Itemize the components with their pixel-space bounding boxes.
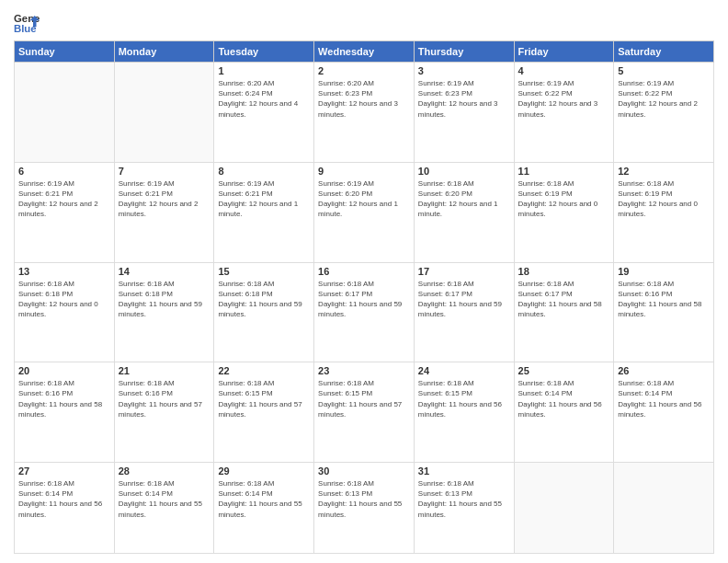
calendar-cell: 22Sunrise: 6:18 AM Sunset: 6:15 PM Dayli… xyxy=(214,362,314,463)
day-number: 20 xyxy=(18,365,110,376)
calendar-cell: 9Sunrise: 6:19 AM Sunset: 6:20 PM Daylig… xyxy=(314,162,415,262)
calendar-cell: 27Sunrise: 6:18 AM Sunset: 6:14 PM Dayli… xyxy=(15,463,115,554)
day-info: Sunrise: 6:18 AM Sunset: 6:14 PM Dayligh… xyxy=(18,478,110,520)
day-info: Sunrise: 6:19 AM Sunset: 6:22 PM Dayligh… xyxy=(518,78,610,120)
day-number: 3 xyxy=(418,65,510,76)
day-number: 25 xyxy=(518,365,610,376)
day-info: Sunrise: 6:18 AM Sunset: 6:17 PM Dayligh… xyxy=(518,279,610,320)
day-info: Sunrise: 6:20 AM Sunset: 6:24 PM Dayligh… xyxy=(218,78,310,120)
weekday-header-tuesday: Tuesday xyxy=(214,41,314,63)
day-number: 16 xyxy=(318,266,410,277)
day-info: Sunrise: 6:18 AM Sunset: 6:15 PM Dayligh… xyxy=(418,378,510,419)
weekday-header-thursday: Thursday xyxy=(414,41,514,63)
day-number: 23 xyxy=(318,365,410,376)
calendar-cell: 15Sunrise: 6:18 AM Sunset: 6:18 PM Dayli… xyxy=(214,262,314,362)
day-number: 24 xyxy=(418,365,510,376)
calendar-cell: 2Sunrise: 6:20 AM Sunset: 6:23 PM Daylig… xyxy=(314,63,415,163)
svg-text:Blue: Blue xyxy=(14,23,37,34)
day-info: Sunrise: 6:20 AM Sunset: 6:23 PM Dayligh… xyxy=(318,78,410,120)
calendar-cell: 1Sunrise: 6:20 AM Sunset: 6:24 PM Daylig… xyxy=(214,63,314,163)
calendar-cell xyxy=(614,463,714,554)
day-number: 6 xyxy=(18,166,110,177)
day-info: Sunrise: 6:18 AM Sunset: 6:19 PM Dayligh… xyxy=(618,178,710,220)
day-info: Sunrise: 6:18 AM Sunset: 6:17 PM Dayligh… xyxy=(418,279,510,320)
calendar-cell xyxy=(15,63,115,163)
week-row-5: 27Sunrise: 6:18 AM Sunset: 6:14 PM Dayli… xyxy=(15,463,714,554)
day-info: Sunrise: 6:18 AM Sunset: 6:18 PM Dayligh… xyxy=(119,279,210,320)
day-number: 30 xyxy=(318,465,410,477)
calendar-cell: 26Sunrise: 6:18 AM Sunset: 6:14 PM Dayli… xyxy=(614,362,714,463)
calendar-cell: 10Sunrise: 6:18 AM Sunset: 6:20 PM Dayli… xyxy=(414,162,514,262)
calendar-cell: 18Sunrise: 6:18 AM Sunset: 6:17 PM Dayli… xyxy=(514,262,614,362)
weekday-header-wednesday: Wednesday xyxy=(314,41,415,63)
day-number: 2 xyxy=(318,65,410,76)
calendar-cell xyxy=(514,463,614,554)
day-number: 5 xyxy=(618,65,710,76)
day-info: Sunrise: 6:19 AM Sunset: 6:23 PM Dayligh… xyxy=(418,78,510,120)
week-row-1: 1Sunrise: 6:20 AM Sunset: 6:24 PM Daylig… xyxy=(15,63,714,163)
day-info: Sunrise: 6:19 AM Sunset: 6:20 PM Dayligh… xyxy=(318,178,410,220)
day-info: Sunrise: 6:18 AM Sunset: 6:16 PM Dayligh… xyxy=(618,279,710,320)
calendar-cell: 16Sunrise: 6:18 AM Sunset: 6:17 PM Dayli… xyxy=(314,262,415,362)
calendar-cell: 19Sunrise: 6:18 AM Sunset: 6:16 PM Dayli… xyxy=(614,262,714,362)
day-number: 14 xyxy=(119,266,210,277)
day-number: 31 xyxy=(418,465,510,477)
calendar-cell: 28Sunrise: 6:18 AM Sunset: 6:14 PM Dayli… xyxy=(114,463,214,554)
week-row-2: 6Sunrise: 6:19 AM Sunset: 6:21 PM Daylig… xyxy=(15,162,714,262)
day-number: 22 xyxy=(218,365,310,376)
day-info: Sunrise: 6:19 AM Sunset: 6:21 PM Dayligh… xyxy=(18,178,110,220)
weekday-header-sunday: Sunday xyxy=(15,41,115,63)
day-info: Sunrise: 6:18 AM Sunset: 6:13 PM Dayligh… xyxy=(418,478,510,520)
day-number: 21 xyxy=(119,365,210,376)
day-number: 13 xyxy=(18,266,110,277)
calendar-cell: 3Sunrise: 6:19 AM Sunset: 6:23 PM Daylig… xyxy=(414,63,514,163)
calendar-cell: 17Sunrise: 6:18 AM Sunset: 6:17 PM Dayli… xyxy=(414,262,514,362)
weekday-header-monday: Monday xyxy=(114,41,214,63)
day-number: 28 xyxy=(119,465,210,477)
day-number: 1 xyxy=(218,65,310,76)
day-info: Sunrise: 6:18 AM Sunset: 6:18 PM Dayligh… xyxy=(18,279,110,320)
day-info: Sunrise: 6:18 AM Sunset: 6:18 PM Dayligh… xyxy=(218,279,310,320)
calendar-cell: 25Sunrise: 6:18 AM Sunset: 6:14 PM Dayli… xyxy=(514,362,614,463)
calendar-cell: 12Sunrise: 6:18 AM Sunset: 6:19 PM Dayli… xyxy=(614,162,714,262)
header: General Blue xyxy=(14,9,714,35)
weekday-header-row: SundayMondayTuesdayWednesdayThursdayFrid… xyxy=(15,41,714,63)
day-number: 19 xyxy=(618,266,710,277)
calendar-page: General Blue SundayMondayTuesdayWednesda… xyxy=(0,0,728,563)
logo-icon: General Blue xyxy=(14,9,40,35)
day-number: 15 xyxy=(218,266,310,277)
day-info: Sunrise: 6:18 AM Sunset: 6:13 PM Dayligh… xyxy=(318,478,410,520)
day-number: 9 xyxy=(318,166,410,177)
day-info: Sunrise: 6:18 AM Sunset: 6:17 PM Dayligh… xyxy=(318,279,410,320)
calendar-cell: 30Sunrise: 6:18 AM Sunset: 6:13 PM Dayli… xyxy=(314,463,415,554)
weekday-header-saturday: Saturday xyxy=(614,41,714,63)
day-number: 17 xyxy=(418,266,510,277)
calendar-cell: 8Sunrise: 6:19 AM Sunset: 6:21 PM Daylig… xyxy=(214,162,314,262)
day-number: 7 xyxy=(119,166,210,177)
day-info: Sunrise: 6:19 AM Sunset: 6:21 PM Dayligh… xyxy=(119,178,210,220)
calendar-cell: 5Sunrise: 6:19 AM Sunset: 6:22 PM Daylig… xyxy=(614,63,714,163)
day-info: Sunrise: 6:18 AM Sunset: 6:19 PM Dayligh… xyxy=(518,178,610,220)
day-number: 29 xyxy=(218,465,310,477)
day-number: 4 xyxy=(518,65,610,76)
day-number: 11 xyxy=(518,166,610,177)
day-info: Sunrise: 6:18 AM Sunset: 6:14 PM Dayligh… xyxy=(618,378,710,419)
calendar-cell: 23Sunrise: 6:18 AM Sunset: 6:15 PM Dayli… xyxy=(314,362,415,463)
day-info: Sunrise: 6:18 AM Sunset: 6:15 PM Dayligh… xyxy=(318,378,410,419)
day-number: 12 xyxy=(618,166,710,177)
week-row-4: 20Sunrise: 6:18 AM Sunset: 6:16 PM Dayli… xyxy=(15,362,714,463)
calendar-cell xyxy=(114,63,214,163)
calendar-cell: 24Sunrise: 6:18 AM Sunset: 6:15 PM Dayli… xyxy=(414,362,514,463)
calendar-cell: 14Sunrise: 6:18 AM Sunset: 6:18 PM Dayli… xyxy=(114,262,214,362)
day-info: Sunrise: 6:18 AM Sunset: 6:14 PM Dayligh… xyxy=(218,478,310,520)
day-info: Sunrise: 6:18 AM Sunset: 6:15 PM Dayligh… xyxy=(218,378,310,419)
weekday-header-friday: Friday xyxy=(514,41,614,63)
day-info: Sunrise: 6:18 AM Sunset: 6:16 PM Dayligh… xyxy=(119,378,210,419)
day-number: 10 xyxy=(418,166,510,177)
calendar-cell: 20Sunrise: 6:18 AM Sunset: 6:16 PM Dayli… xyxy=(15,362,115,463)
calendar-cell: 4Sunrise: 6:19 AM Sunset: 6:22 PM Daylig… xyxy=(514,63,614,163)
day-number: 26 xyxy=(618,365,710,376)
calendar-cell: 31Sunrise: 6:18 AM Sunset: 6:13 PM Dayli… xyxy=(414,463,514,554)
day-info: Sunrise: 6:19 AM Sunset: 6:22 PM Dayligh… xyxy=(618,78,710,120)
calendar-cell: 7Sunrise: 6:19 AM Sunset: 6:21 PM Daylig… xyxy=(114,162,214,262)
